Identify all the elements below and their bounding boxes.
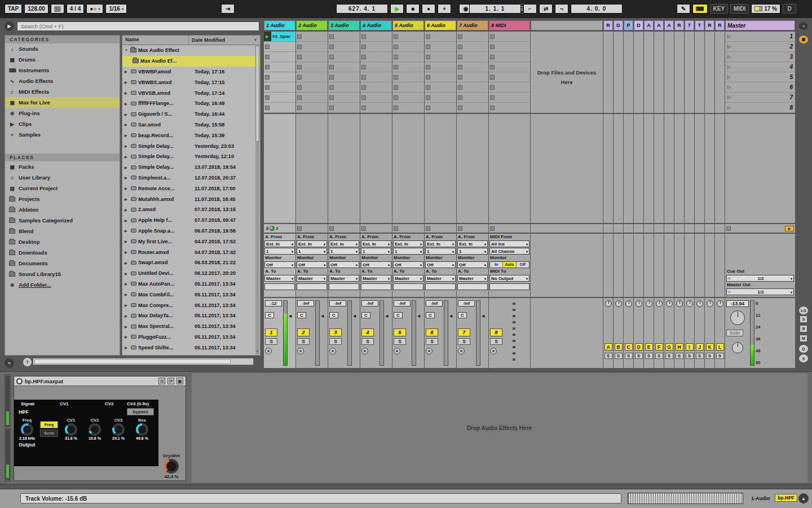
clip-slot[interactable] xyxy=(264,42,295,52)
return-activator-button[interactable]: E xyxy=(645,343,653,351)
solo-button[interactable]: S xyxy=(696,353,704,359)
clip-slot[interactable] xyxy=(392,62,424,72)
res-knob[interactable] xyxy=(136,423,148,436)
drop-zone-column[interactable]: Drop Files and Devices Here xyxy=(531,20,603,368)
sidebar-item-samples[interactable]: ≈Samples xyxy=(5,129,120,140)
clip-stop-button[interactable] xyxy=(297,55,302,59)
master-volume-display[interactable]: -13.94 xyxy=(726,300,749,307)
clip-slot[interactable] xyxy=(328,42,360,52)
clip-stop-button[interactable] xyxy=(490,95,495,100)
clip-slot[interactable] xyxy=(457,103,488,113)
clip-stop-button[interactable] xyxy=(490,85,495,90)
clip-stop-button[interactable] xyxy=(297,45,302,49)
clip-slot[interactable] xyxy=(264,103,295,113)
clip-slot[interactable] xyxy=(425,82,456,93)
expand-triangle-icon[interactable]: ▶ xyxy=(125,80,130,84)
expand-triangle-icon[interactable]: ▶ xyxy=(125,102,130,106)
clip-stop-button[interactable] xyxy=(426,106,430,110)
clip-stop-button[interactable] xyxy=(458,95,462,100)
sidebar-item-clips[interactable]: ▶Clips xyxy=(5,119,120,129)
solo-button[interactable]: S xyxy=(615,353,623,359)
clip-stop-button[interactable] xyxy=(490,75,495,80)
expand-triangle-icon[interactable]: ▶ xyxy=(125,282,130,286)
sidebar-item-audio-effects[interactable]: ∿Audio Effects xyxy=(5,76,120,86)
expand-triangle-icon[interactable]: ▶ xyxy=(125,250,130,254)
return-activator-button[interactable]: H xyxy=(676,343,683,351)
output-type-chooser[interactable]: Master▾ xyxy=(329,275,359,282)
master-out-chooser[interactable]: ii1/2▾ xyxy=(726,288,794,295)
clip-slot[interactable] xyxy=(425,93,456,103)
scene-slot[interactable]: ▷2 xyxy=(725,42,795,52)
computer-midi-keyboard-button[interactable]: ⌨ xyxy=(692,4,707,14)
expand-triangle-icon[interactable]: ▶ xyxy=(125,112,130,116)
sidebar-item-sounds[interactable]: ♪Sounds xyxy=(5,43,120,54)
return-activator-button[interactable]: F xyxy=(655,343,663,351)
input-type-chooser[interactable]: Ext. In▾ xyxy=(297,240,327,247)
clip-stop-button[interactable] xyxy=(490,55,495,59)
device-activator-button[interactable] xyxy=(16,378,23,384)
solo-button[interactable]: S xyxy=(458,338,470,345)
clip-stop-button[interactable] xyxy=(490,106,495,110)
show-m-toggle[interactable]: M xyxy=(800,335,807,342)
clip-slot[interactable] xyxy=(328,52,360,62)
input-channel-chooser[interactable]: 1▾ xyxy=(457,248,488,255)
solo-button[interactable]: S xyxy=(686,353,694,359)
file-row[interactable]: ▶Max Spectral...05.11.2017, 13:34 xyxy=(122,321,260,332)
return-header[interactable]: A xyxy=(644,20,654,30)
sidebar-item-add-folder[interactable]: ⊕Add Folder... xyxy=(5,279,120,290)
return-activator-button[interactable]: K xyxy=(706,343,714,351)
clip-slot[interactable] xyxy=(392,82,424,93)
clip-stop-button[interactable] xyxy=(329,226,334,231)
clip-stop-button[interactable] xyxy=(361,106,366,110)
clip-slot[interactable] xyxy=(296,52,328,62)
clip-stop-button[interactable] xyxy=(265,55,270,59)
clip-slot[interactable] xyxy=(360,72,392,82)
column-header-date[interactable]: Date Modified ▼ xyxy=(189,36,260,45)
pan-knob[interactable] xyxy=(615,300,622,307)
clip-slot[interactable] xyxy=(264,52,295,62)
clip-slot[interactable] xyxy=(489,103,530,113)
pan-knob[interactable] xyxy=(676,300,683,307)
clip-stop-button[interactable] xyxy=(329,55,334,59)
file-row[interactable]: ▶Max Compre...05.11.2017, 13:34 xyxy=(122,300,260,310)
pan-knob[interactable] xyxy=(686,300,693,307)
input-channel-chooser[interactable]: 1▾ xyxy=(329,248,359,255)
expand-triangle-icon[interactable]: ▶ xyxy=(125,208,130,212)
return-header[interactable]: R xyxy=(674,20,684,30)
clip-stop-button[interactable] xyxy=(426,65,430,69)
loop-length-field[interactable]: 4. 0. 0 xyxy=(571,4,623,14)
clip-slot[interactable] xyxy=(360,93,392,103)
time-signature-field[interactable]: 4 / 4 xyxy=(67,4,84,14)
fold-icon[interactable]: ⊟ xyxy=(158,378,165,384)
expand-triangle-icon[interactable]: ▶ xyxy=(125,69,130,73)
file-row[interactable]: ▶Remote Acce...11.07.2018, 17:00 xyxy=(122,183,260,194)
monitor-chooser[interactable]: Off▾ xyxy=(361,261,391,268)
clip-slot[interactable] xyxy=(360,62,392,72)
expand-triangle-icon[interactable]: ▶ xyxy=(125,271,130,275)
menu-button[interactable]: ≡ xyxy=(798,21,809,30)
clip-stop-button[interactable] xyxy=(426,75,430,80)
show-i-o-toggle[interactable]: I-O xyxy=(798,306,809,315)
crossfader-knob[interactable] xyxy=(732,342,743,353)
volume-fader-handle[interactable]: ◀ xyxy=(417,299,422,367)
clip-stop-button[interactable] xyxy=(426,55,430,59)
clip-slot[interactable] xyxy=(360,52,392,62)
clip-slot[interactable] xyxy=(457,93,488,103)
scene-slot[interactable]: ▷5 xyxy=(725,72,795,82)
scene-play-button[interactable]: ▷ xyxy=(727,105,731,110)
scene-play-button[interactable]: ▷ xyxy=(727,44,731,49)
clip-slot[interactable] xyxy=(360,82,392,93)
clip-slot[interactable] xyxy=(360,103,392,113)
scene-play-button[interactable]: ▷ xyxy=(727,34,731,39)
return-header[interactable]: P xyxy=(624,20,633,30)
output-type-chooser[interactable]: No Output▾ xyxy=(489,275,529,282)
freq-knob[interactable] xyxy=(21,423,33,436)
pan-control[interactable]: C xyxy=(394,312,403,318)
file-row[interactable]: ▶VBWBP.amxdToday, 17:16 xyxy=(122,67,260,77)
monitor-chooser[interactable]: Off▾ xyxy=(297,261,327,268)
return-header[interactable]: D xyxy=(634,20,643,30)
track-header[interactable]: 8 MIDI xyxy=(489,20,530,30)
metronome-menu[interactable]: ●○▾ xyxy=(86,4,103,14)
clip-stop-button[interactable] xyxy=(361,95,366,100)
clip-stop-button[interactable] xyxy=(426,226,430,231)
